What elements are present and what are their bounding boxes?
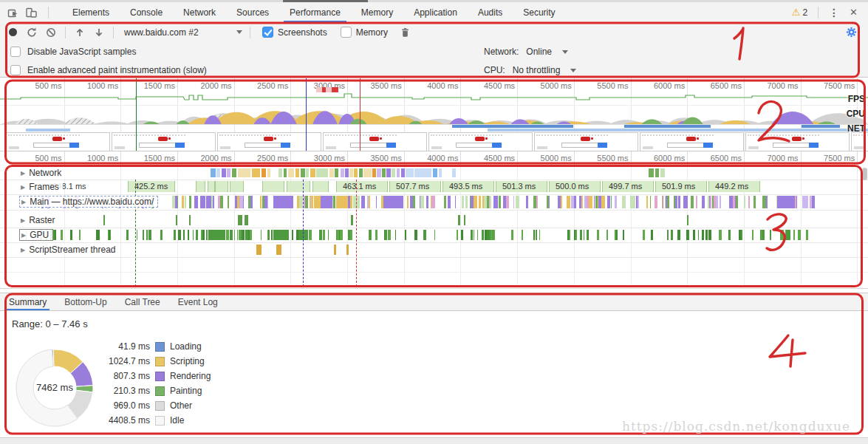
details-tab-event-log[interactable]: Event Log	[169, 293, 227, 310]
more-options-icon[interactable]: ⋮	[823, 7, 845, 18]
details-tab-bottom-up[interactable]: Bottom-Up	[55, 293, 115, 310]
network-throttling-select[interactable]: Network: Online	[484, 47, 568, 57]
profile-history-select[interactable]: www.baidu.com #2	[118, 27, 245, 38]
screenshot-thumbnail[interactable]	[534, 132, 638, 151]
track-row[interactable]: ▶GPU	[0, 228, 868, 243]
tab-audits[interactable]: Audits	[468, 2, 513, 22]
disclosure-triangle-icon[interactable]: ▶	[21, 217, 25, 224]
frame-segment[interactable]: 507.7 ms	[389, 181, 441, 192]
memory-checkbox[interactable]	[341, 27, 352, 38]
frame-segment[interactable]	[230, 181, 244, 192]
cpu-throttling-select[interactable]: CPU: No throttling	[484, 65, 576, 75]
reload-and-profile-button[interactable]	[22, 24, 41, 41]
record-button[interactable]	[3, 24, 22, 41]
tab-console[interactable]: Console	[120, 2, 173, 22]
frame-segment[interactable]	[196, 181, 205, 192]
timeline-tracks[interactable]: ▶Network1148.1 ms425.2 ms463.1 ms507.7 m…	[0, 165, 868, 289]
screenshot-thumbnail[interactable]	[112, 132, 216, 151]
frame-segment[interactable]	[208, 181, 215, 192]
track-row[interactable]: ▶Main — https://www.baidu.com/	[0, 194, 868, 211]
track-script-streamer[interactable]: ▶ScriptStreamer thread	[19, 245, 120, 255]
screenshots-checkbox[interactable]	[262, 27, 273, 38]
ruler-label: 7000 ms	[747, 81, 799, 90]
frame-segment[interactable]: 499.7 ms	[602, 181, 654, 192]
advanced-paint-checkbox[interactable]	[10, 65, 21, 75]
disclosure-triangle-icon[interactable]: ▶	[21, 247, 25, 253]
track-bar	[216, 168, 220, 177]
track-row[interactable]: 1148.1 ms425.2 ms463.1 ms507.7 ms493.5 m…	[0, 180, 868, 195]
disclosure-triangle-icon[interactable]: ▶	[21, 170, 25, 177]
track-raster[interactable]: ▶Raster	[19, 215, 59, 225]
tab-elements[interactable]: Elements	[62, 2, 120, 22]
ruler-tick	[801, 151, 802, 165]
tab-performance[interactable]: Performance	[279, 2, 351, 22]
inspect-element-icon[interactable]	[7, 7, 19, 18]
track-row[interactable]: ▶Raster	[0, 213, 868, 228]
flame-sliver	[573, 196, 575, 208]
legend-label: Loading	[170, 341, 202, 352]
disclosure-triangle-icon[interactable]: ▶	[21, 232, 26, 239]
frame-segment[interactable]: 501.9 ms	[655, 181, 707, 192]
clear-button[interactable]	[41, 24, 61, 41]
tab-memory[interactable]: Memory	[351, 2, 403, 22]
gpu-bar	[385, 230, 388, 240]
disable-js-checkbox[interactable]	[10, 47, 21, 57]
advanced-paint-option[interactable]: Enable advanced paint instrumentation (s…	[10, 65, 207, 75]
gpu-bar	[267, 230, 269, 240]
frame-segment[interactable]	[215, 181, 228, 192]
frame-segment[interactable]	[262, 181, 284, 192]
baidu-logo-mark	[792, 137, 802, 141]
frame-segment[interactable]	[312, 181, 329, 192]
track-bar	[687, 215, 688, 225]
gpu-bar	[539, 230, 540, 240]
frame-segment[interactable]: 500.0 ms	[549, 181, 601, 192]
close-icon[interactable]: ✕	[845, 7, 862, 18]
screenshot-thumbnail[interactable]	[6, 132, 110, 151]
track-network[interactable]: ▶Network	[19, 168, 65, 178]
frame-segment[interactable]: 493.5 ms	[442, 181, 494, 192]
memory-checkbox-row[interactable]: Memory	[341, 27, 388, 38]
frame-segment[interactable]	[287, 181, 310, 192]
thumbnail-text-line	[219, 134, 291, 136]
tracks-scrollbar-thumb[interactable]	[862, 168, 867, 180]
garbage-collect-button[interactable]	[395, 24, 414, 41]
device-toolbar-icon[interactable]	[25, 7, 38, 18]
track-gpu[interactable]: ▶GPU	[19, 229, 53, 241]
ruler-label: 6000 ms	[633, 81, 685, 90]
disclosure-triangle-icon[interactable]: ▶	[21, 184, 25, 191]
console-warnings-badge[interactable]: ⚠ 2	[792, 7, 807, 18]
details-tab-summary[interactable]: Summary	[0, 293, 55, 310]
gpu-bar	[55, 230, 56, 240]
screenshot-thumbnail[interactable]	[323, 132, 427, 151]
tab-network[interactable]: Network	[173, 2, 226, 22]
gpu-bar	[98, 230, 100, 240]
screenshot-thumbnail[interactable]	[745, 132, 850, 151]
disable-js-option[interactable]: Disable JavaScript samples	[10, 47, 136, 57]
track-main[interactable]: ▶Main — https://www.baidu.com/	[19, 196, 158, 208]
disclosure-triangle-icon[interactable]: ▶	[21, 199, 26, 205]
screenshots-checkbox-row[interactable]: Screenshots	[262, 27, 327, 38]
timeline-overview[interactable]: 500 ms1000 ms1500 ms2000 ms2500 ms3000 m…	[0, 78, 868, 165]
screenshot-thumbnail[interactable]	[640, 132, 744, 151]
tab-application[interactable]: Application	[403, 2, 468, 22]
load-profile-button[interactable]	[70, 24, 89, 41]
track-row[interactable]: ▶ScriptStreamer thread	[0, 242, 868, 258]
flame-sliver	[733, 196, 736, 208]
capture-settings-button[interactable]	[841, 24, 861, 41]
baidu-logo-mark	[158, 137, 168, 141]
track-bar	[363, 168, 372, 177]
tab-sources[interactable]: Sources	[226, 2, 279, 22]
frame-segment[interactable]: 449.2 ms	[708, 181, 760, 192]
track-bar	[252, 168, 260, 177]
ruler-label: 2000 ms	[180, 81, 232, 90]
frame-segment[interactable]: 463.1 ms	[336, 181, 388, 192]
ruler-tick	[177, 151, 178, 165]
frame-segment[interactable]: 501.3 ms	[496, 181, 547, 192]
tab-security[interactable]: Security	[513, 2, 565, 22]
track-frames[interactable]: ▶Frames	[19, 182, 63, 192]
track-row[interactable]: ▶Network	[0, 167, 868, 180]
save-profile-button[interactable]	[89, 24, 109, 41]
screenshot-thumbnail[interactable]	[428, 132, 533, 151]
details-tab-call-tree[interactable]: Call Tree	[116, 293, 169, 310]
screenshot-thumbnail[interactable]	[851, 132, 868, 151]
